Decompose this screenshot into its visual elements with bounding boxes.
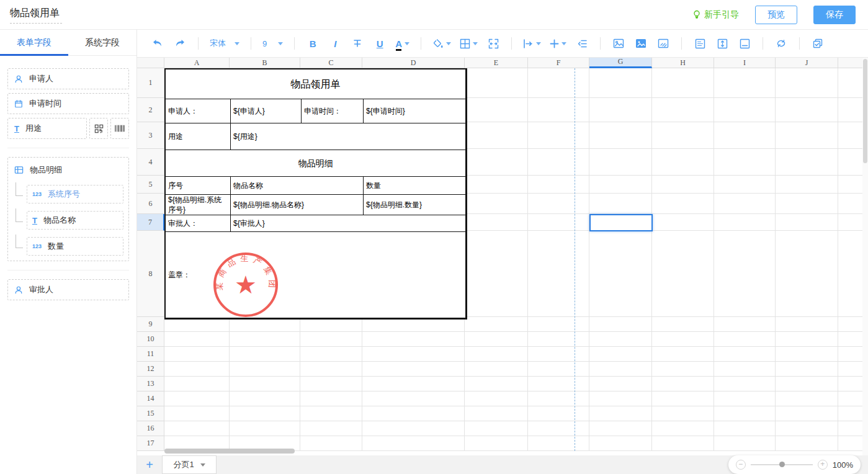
grid-cell[interactable] <box>714 332 776 347</box>
grid-cell[interactable] <box>465 347 528 362</box>
zoom-in-button[interactable]: + <box>818 460 828 470</box>
grid-cell[interactable] <box>300 436 362 451</box>
grid-cell[interactable] <box>589 377 652 391</box>
cell-D5[interactable]: 数量 <box>364 177 466 195</box>
grid-cell[interactable] <box>589 122 652 149</box>
font-color-button[interactable]: A <box>395 38 409 49</box>
fill-color-button[interactable] <box>432 38 451 49</box>
grid-cell[interactable] <box>589 391 652 406</box>
selected-cell-G7[interactable] <box>589 214 653 231</box>
field-system-serial[interactable]: 123 系统序号 <box>27 185 123 203</box>
tab-form-fields[interactable]: 表单字段 <box>0 37 68 48</box>
grid-cell[interactable] <box>528 406 589 421</box>
row-header-14[interactable]: 14 <box>137 391 164 406</box>
grid-cell[interactable] <box>714 194 776 214</box>
grid-cell[interactable] <box>838 421 862 436</box>
grid-cell[interactable] <box>465 149 528 176</box>
grid-cell[interactable] <box>528 176 589 194</box>
merge-cells-icon[interactable] <box>486 37 500 50</box>
grid-cell[interactable] <box>776 391 838 406</box>
grid-cell[interactable] <box>465 194 528 214</box>
grid-cell[interactable] <box>652 377 714 391</box>
cell-B3[interactable]: ${用途} <box>231 123 466 150</box>
grid-cell[interactable] <box>838 68 862 98</box>
grid-cell[interactable] <box>164 347 230 362</box>
grid-cell[interactable] <box>465 377 528 391</box>
grid-cell[interactable] <box>589 149 652 176</box>
grid-cell[interactable] <box>652 362 714 377</box>
grid-cell[interactable] <box>652 421 714 436</box>
save-button[interactable]: 保存 <box>813 6 856 24</box>
grid-cell[interactable] <box>528 231 589 317</box>
grid-cell[interactable] <box>465 406 528 421</box>
grid-cell[interactable] <box>652 436 714 451</box>
column-header-J[interactable]: J <box>776 58 838 68</box>
row-header-4[interactable]: 4 <box>137 149 164 176</box>
column-header-D[interactable]: D <box>362 58 465 68</box>
grid-cell[interactable] <box>528 194 589 214</box>
grid-cell[interactable] <box>714 317 776 332</box>
grid-cell[interactable] <box>776 436 838 451</box>
row-header-7[interactable]: 7 <box>137 214 164 231</box>
cell-B5[interactable]: 物品名称 <box>231 177 364 195</box>
grid-cell[interactable] <box>528 377 589 391</box>
grid-cell[interactable] <box>300 377 362 391</box>
grid-cell[interactable] <box>714 231 776 317</box>
grid-cell[interactable] <box>589 176 652 194</box>
grid-cell[interactable] <box>465 214 528 231</box>
grid-cell[interactable] <box>589 436 652 451</box>
grid-cell[interactable] <box>838 176 862 194</box>
row-header-12[interactable]: 12 <box>137 362 164 377</box>
grid-cell[interactable] <box>300 347 362 362</box>
grid-cell[interactable] <box>465 421 528 436</box>
row-header-1[interactable]: 1 <box>137 68 164 98</box>
row-header-5[interactable]: 5 <box>137 176 164 194</box>
grid-cell[interactable] <box>714 214 776 231</box>
grid-cell[interactable] <box>714 122 776 149</box>
cell-A6[interactable]: ${物品明细.系统序号} <box>166 195 231 215</box>
grid-cell[interactable] <box>465 98 528 122</box>
column-header-G[interactable]: G <box>589 58 652 68</box>
italic-button[interactable]: I <box>328 37 342 50</box>
grid-cell[interactable] <box>589 317 652 332</box>
underline-button[interactable]: U <box>373 37 387 50</box>
column-header-B[interactable]: B <box>230 58 300 68</box>
grid-cell[interactable] <box>776 406 838 421</box>
grid-cell[interactable] <box>652 98 714 122</box>
grid-cell[interactable] <box>714 421 776 436</box>
grid-cell[interactable] <box>465 68 528 98</box>
grid-cell[interactable] <box>300 362 362 377</box>
grid-cell[interactable] <box>714 176 776 194</box>
grid-cell[interactable] <box>362 406 465 421</box>
grid-cell[interactable] <box>362 377 465 391</box>
grid-cell[interactable] <box>465 391 528 406</box>
cell-A7[interactable]: 审批人： <box>166 215 231 232</box>
row-header-15[interactable]: 15 <box>137 406 164 421</box>
grid-cell[interactable] <box>230 362 300 377</box>
cell-C2[interactable]: 申请时间： <box>302 99 364 123</box>
grid-cell[interactable] <box>776 122 838 149</box>
grid-cell[interactable] <box>838 377 862 391</box>
grid-cell[interactable] <box>776 176 838 194</box>
grid-cell[interactable] <box>838 436 862 451</box>
add-sheet-button[interactable]: + <box>137 458 162 471</box>
grid-cell[interactable] <box>528 347 589 362</box>
image-fill-icon[interactable] <box>634 37 648 50</box>
grid-cell[interactable] <box>465 362 528 377</box>
cell-style-icon[interactable] <box>693 37 707 50</box>
copy-style-icon[interactable] <box>811 37 825 50</box>
grid-cell[interactable] <box>465 176 528 194</box>
grid-cell[interactable] <box>714 362 776 377</box>
row-header-3[interactable]: 3 <box>137 122 164 149</box>
grid-cell[interactable] <box>776 362 838 377</box>
grid-cell[interactable] <box>652 68 714 98</box>
grid-cell[interactable] <box>652 406 714 421</box>
field-purpose[interactable]: T 用途 <box>7 118 87 139</box>
grid-cell[interactable] <box>164 332 230 347</box>
grid-cell[interactable] <box>230 377 300 391</box>
fit-row-height-icon[interactable] <box>715 37 729 50</box>
grid-cell[interactable] <box>300 406 362 421</box>
sheet-tab[interactable]: 分页1 <box>162 455 217 474</box>
zoom-slider-handle[interactable] <box>779 462 785 467</box>
field-approver[interactable]: 审批人 <box>7 279 129 300</box>
